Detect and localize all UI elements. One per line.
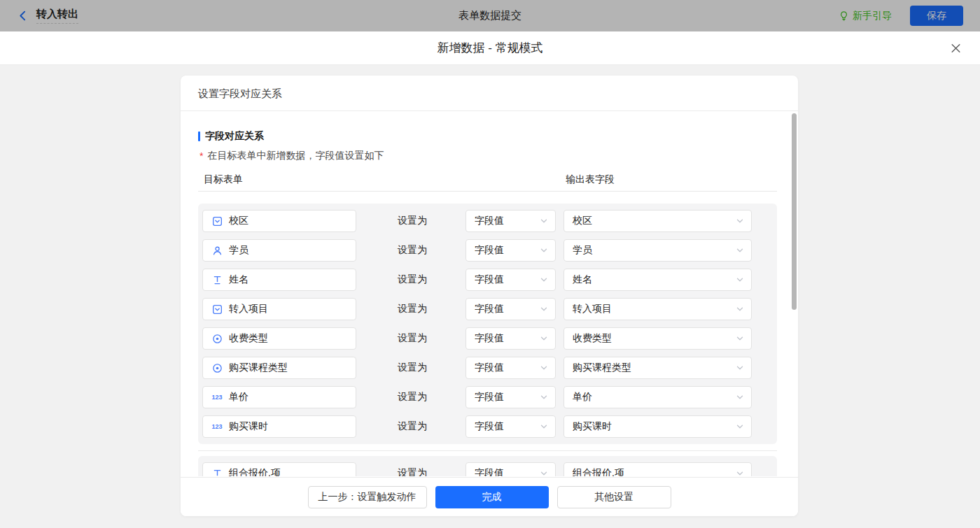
lightbulb-icon [839, 10, 849, 21]
value-type-select[interactable]: 字段值 [465, 269, 556, 291]
field-mapping-row: 123 单价 设置为 字段值 单价 [198, 383, 777, 412]
node-title: 表单数据提交 [458, 9, 522, 22]
value-type-select[interactable]: 字段值 [465, 239, 556, 262]
modal-title: 新增数据 - 常规模式 [437, 40, 542, 56]
value-type-select[interactable]: 字段值 [465, 386, 556, 408]
set-as-label: 设置为 [398, 244, 428, 257]
value-type-selected: 字段值 [475, 391, 504, 404]
select-field-icon [211, 304, 223, 315]
field-mapping-row: 校区 设置为 字段值 校区 [198, 206, 777, 236]
output-field-selected: 购买课时 [573, 420, 612, 433]
beginner-guide-label: 新手引导 [853, 10, 892, 22]
value-type-selected: 字段值 [475, 215, 504, 227]
set-as-label: 设置为 [398, 362, 428, 374]
chevron-down-icon [540, 469, 548, 476]
output-field-select[interactable]: 组合报价.项 [564, 462, 752, 476]
target-field-box[interactable]: 收费类型 [202, 327, 356, 350]
target-field-label: 姓名 [229, 273, 248, 286]
value-type-select[interactable]: 字段值 [465, 462, 556, 476]
user-icon [211, 245, 223, 256]
field-mapping-row: 转入项目 设置为 字段值 转入项目 [198, 294, 777, 324]
target-field-box[interactable]: 姓名 [202, 269, 356, 291]
set-as-label: 设置为 [398, 303, 428, 315]
target-field-label: 组合报价.项 [229, 467, 281, 476]
chevron-down-icon [540, 393, 548, 401]
value-type-selected: 字段值 [475, 332, 504, 345]
vertical-scrollbar-thumb[interactable] [792, 113, 797, 310]
value-type-selected: 字段值 [475, 362, 504, 374]
mapping-rows-panel-1: 校区 设置为 字段值 校区 学员 设置为 字段值 学员 [198, 204, 777, 444]
output-field-select[interactable]: 购买课时 [564, 415, 752, 438]
chevron-down-icon [736, 276, 744, 284]
output-field-select[interactable]: 单价 [564, 386, 752, 408]
target-field-box[interactable]: 转入项目 [202, 298, 356, 320]
column-header-target-form: 目标表单 [204, 173, 243, 185]
chevron-down-icon [736, 217, 744, 225]
field-mapping-row: 姓名 设置为 字段值 姓名 [198, 265, 777, 294]
value-type-select[interactable]: 字段值 [465, 415, 556, 438]
text-field-icon [211, 275, 223, 285]
previous-step-button[interactable]: 上一步：设置触发动作 [308, 486, 427, 508]
done-button[interactable]: 完成 [435, 486, 549, 508]
output-field-selected: 校区 [573, 215, 592, 227]
field-mapping-row: 购买课程类型 设置为 字段值 购买课程类型 [198, 353, 777, 383]
target-field-label: 校区 [229, 215, 248, 227]
value-type-select[interactable]: 字段值 [465, 357, 556, 379]
top-header-bar: 转入转出 表单数据提交 新手引导 保存 [0, 0, 980, 31]
chevron-down-icon [736, 334, 744, 343]
group-divider [198, 450, 777, 451]
value-type-select[interactable]: 字段值 [465, 327, 556, 350]
target-field-box[interactable]: 123 购买课时 [202, 415, 356, 438]
card-header: 设置字段对应关系 [181, 76, 798, 111]
number-field-icon: 123 [211, 423, 223, 430]
target-field-box[interactable]: 123 单价 [202, 386, 356, 408]
field-mapping-row: 组合报价.项 设置为 字段值 组合报价.项 [198, 459, 777, 476]
column-header-output-field: 输出表字段 [566, 173, 615, 186]
required-note: * 在目标表单中新增数据，字段值设置如下 [198, 150, 777, 162]
required-asterisk: * [200, 150, 203, 162]
section-title: 字段对应关系 [198, 130, 777, 143]
output-field-select[interactable]: 姓名 [564, 269, 752, 291]
output-field-select[interactable]: 购买课程类型 [564, 357, 752, 379]
output-field-selected: 转入项目 [573, 303, 612, 315]
chevron-down-icon [540, 246, 548, 255]
output-field-selected: 单价 [573, 391, 592, 404]
text-field-icon [211, 469, 223, 477]
card-content: 字段对应关系 * 在目标表单中新增数据，字段值设置如下 目标表单 输出表字段 校… [181, 111, 798, 476]
target-field-box[interactable]: 校区 [202, 210, 356, 232]
target-field-box[interactable]: 组合报价.项 [202, 462, 356, 476]
beginner-guide-link[interactable]: 新手引导 [839, 10, 892, 22]
target-field-label: 购买课程类型 [229, 362, 288, 374]
chevron-down-icon [736, 393, 744, 401]
value-type-select[interactable]: 字段值 [465, 298, 556, 320]
target-field-box[interactable]: 购买课程类型 [202, 357, 356, 379]
value-type-selected: 字段值 [475, 244, 504, 257]
column-headers: 目标表单 输出表字段 [198, 173, 777, 185]
section-title-label: 字段对应关系 [205, 130, 264, 143]
output-field-select[interactable]: 收费类型 [564, 327, 752, 350]
set-as-label: 设置为 [398, 467, 428, 476]
target-field-box[interactable]: 学员 [202, 239, 356, 262]
chevron-down-icon [540, 422, 548, 431]
output-field-select[interactable]: 转入项目 [564, 298, 752, 320]
output-field-selected: 学员 [573, 244, 592, 257]
field-mapping-row: 123 购买课时 设置为 字段值 购买课时 [198, 412, 777, 441]
other-settings-button[interactable]: 其他设置 [557, 486, 671, 508]
chevron-down-icon [540, 334, 548, 343]
output-field-select[interactable]: 校区 [564, 210, 752, 232]
chevron-down-icon [736, 364, 744, 372]
back-icon[interactable] [17, 10, 29, 22]
close-icon[interactable] [950, 42, 962, 54]
save-button[interactable]: 保存 [910, 6, 963, 26]
chevron-down-icon [540, 364, 548, 372]
value-type-selected: 字段值 [475, 467, 504, 476]
value-type-selected: 字段值 [475, 420, 504, 433]
output-field-select[interactable]: 学员 [564, 239, 752, 262]
set-as-label: 设置为 [398, 215, 428, 227]
target-field-label: 单价 [229, 391, 248, 404]
flow-title[interactable]: 转入转出 [36, 8, 78, 24]
value-type-select[interactable]: 字段值 [465, 210, 556, 232]
value-type-selected: 字段值 [475, 303, 504, 315]
radio-field-icon [211, 363, 223, 373]
output-field-selected: 收费类型 [573, 332, 612, 345]
